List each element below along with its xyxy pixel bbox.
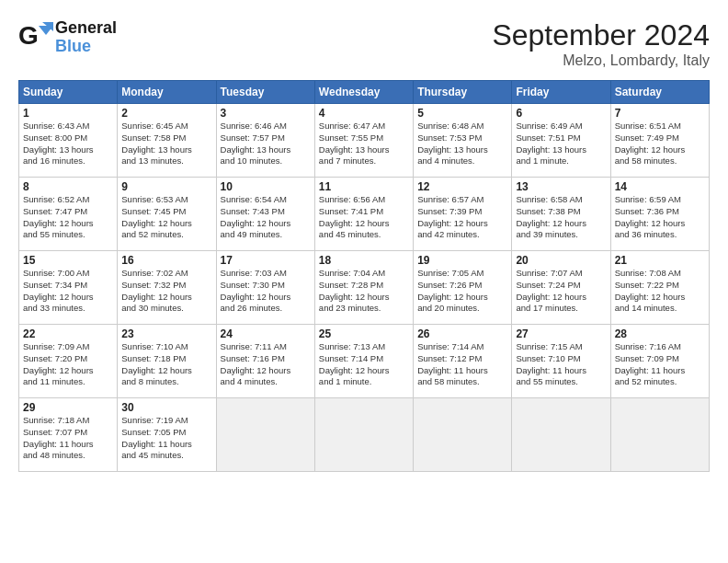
- day-detail: Sunrise: 7:08 AM Sunset: 7:22 PM Dayligh…: [615, 268, 705, 315]
- day-detail: Sunrise: 6:53 AM Sunset: 7:45 PM Dayligh…: [121, 194, 211, 241]
- calendar-cell: 22Sunrise: 7:09 AM Sunset: 7:20 PM Dayli…: [19, 325, 118, 398]
- day-detail: Sunrise: 7:15 AM Sunset: 7:10 PM Dayligh…: [516, 341, 606, 388]
- calendar-cell: [314, 398, 413, 472]
- day-number: 4: [319, 107, 409, 120]
- calendar-cell: 3Sunrise: 6:46 AM Sunset: 7:57 PM Daylig…: [216, 104, 314, 178]
- day-detail: Sunrise: 6:51 AM Sunset: 7:49 PM Dayligh…: [615, 121, 705, 167]
- calendar-cell: 23Sunrise: 7:10 AM Sunset: 7:18 PM Dayli…: [118, 325, 216, 398]
- calendar-cell: [512, 398, 610, 472]
- calendar-cell: 30Sunrise: 7:19 AM Sunset: 7:05 PM Dayli…: [118, 398, 216, 472]
- calendar-cell: [610, 398, 709, 472]
- header-friday: Friday: [512, 81, 610, 104]
- logo: G General Blue: [18, 18, 117, 57]
- day-number: 1: [23, 107, 113, 120]
- calendar-cell: 1Sunrise: 6:43 AM Sunset: 8:00 PM Daylig…: [19, 104, 118, 178]
- day-detail: Sunrise: 7:03 AM Sunset: 7:30 PM Dayligh…: [221, 268, 311, 315]
- day-number: 18: [319, 254, 409, 267]
- calendar-cell: 4Sunrise: 6:47 AM Sunset: 7:55 PM Daylig…: [314, 104, 413, 178]
- calendar-cell: 8Sunrise: 6:52 AM Sunset: 7:47 PM Daylig…: [19, 178, 118, 251]
- day-detail: Sunrise: 6:57 AM Sunset: 7:39 PM Dayligh…: [417, 194, 507, 241]
- day-number: 22: [23, 327, 113, 340]
- calendar-table: Sunday Monday Tuesday Wednesday Thursday…: [18, 80, 710, 472]
- calendar-cell: [216, 398, 314, 472]
- calendar-cell: 12Sunrise: 6:57 AM Sunset: 7:39 PM Dayli…: [414, 178, 512, 251]
- day-detail: Sunrise: 7:16 AM Sunset: 7:09 PM Dayligh…: [615, 341, 705, 388]
- day-number: 5: [417, 107, 507, 120]
- calendar-header-row: Sunday Monday Tuesday Wednesday Thursday…: [19, 81, 710, 104]
- calendar-cell: 10Sunrise: 6:54 AM Sunset: 7:43 PM Dayli…: [216, 178, 314, 251]
- day-number: 19: [417, 254, 507, 267]
- calendar-cell: 9Sunrise: 6:53 AM Sunset: 7:45 PM Daylig…: [118, 178, 216, 251]
- day-detail: Sunrise: 6:59 AM Sunset: 7:36 PM Dayligh…: [615, 194, 705, 241]
- header: G General Blue September 2024 Melzo, Lom…: [18, 18, 710, 69]
- day-detail: Sunrise: 7:04 AM Sunset: 7:28 PM Dayligh…: [319, 268, 409, 315]
- day-number: 6: [516, 107, 606, 120]
- calendar-cell: 18Sunrise: 7:04 AM Sunset: 7:28 PM Dayli…: [314, 251, 413, 325]
- day-detail: Sunrise: 7:18 AM Sunset: 7:07 PM Dayligh…: [23, 415, 113, 462]
- day-detail: Sunrise: 6:54 AM Sunset: 7:43 PM Dayligh…: [221, 194, 311, 241]
- day-detail: Sunrise: 7:13 AM Sunset: 7:14 PM Dayligh…: [319, 341, 409, 388]
- day-detail: Sunrise: 6:49 AM Sunset: 7:51 PM Dayligh…: [516, 121, 606, 167]
- day-number: 26: [417, 327, 507, 340]
- calendar-cell: 19Sunrise: 7:05 AM Sunset: 7:26 PM Dayli…: [414, 251, 512, 325]
- calendar-cell: 11Sunrise: 6:56 AM Sunset: 7:41 PM Dayli…: [314, 178, 413, 251]
- header-wednesday: Wednesday: [314, 81, 413, 104]
- day-detail: Sunrise: 7:05 AM Sunset: 7:26 PM Dayligh…: [417, 268, 507, 315]
- calendar-cell: 27Sunrise: 7:15 AM Sunset: 7:10 PM Dayli…: [512, 325, 610, 398]
- day-number: 15: [23, 254, 113, 267]
- day-detail: Sunrise: 6:52 AM Sunset: 7:47 PM Dayligh…: [23, 194, 113, 241]
- day-number: 14: [615, 180, 705, 193]
- header-thursday: Thursday: [414, 81, 512, 104]
- day-detail: Sunrise: 7:10 AM Sunset: 7:18 PM Dayligh…: [121, 341, 211, 388]
- calendar-row: 29Sunrise: 7:18 AM Sunset: 7:07 PM Dayli…: [19, 398, 710, 472]
- calendar-cell: 26Sunrise: 7:14 AM Sunset: 7:12 PM Dayli…: [414, 325, 512, 398]
- header-monday: Monday: [118, 81, 216, 104]
- day-detail: Sunrise: 6:58 AM Sunset: 7:38 PM Dayligh…: [516, 194, 606, 241]
- day-number: 10: [221, 180, 311, 193]
- day-detail: Sunrise: 7:00 AM Sunset: 7:34 PM Dayligh…: [23, 268, 113, 315]
- calendar-cell: [414, 398, 512, 472]
- day-number: 28: [615, 327, 705, 340]
- calendar-cell: 28Sunrise: 7:16 AM Sunset: 7:09 PM Dayli…: [610, 325, 709, 398]
- calendar-cell: 15Sunrise: 7:00 AM Sunset: 7:34 PM Dayli…: [19, 251, 118, 325]
- day-detail: Sunrise: 6:46 AM Sunset: 7:57 PM Dayligh…: [221, 121, 311, 167]
- day-number: 2: [121, 107, 211, 120]
- logo-icon: G: [18, 18, 53, 53]
- day-number: 7: [615, 107, 705, 120]
- header-saturday: Saturday: [610, 81, 709, 104]
- logo-general: General: [55, 19, 117, 38]
- location-subtitle: Melzo, Lombardy, Italy: [492, 52, 710, 69]
- calendar-cell: 6Sunrise: 6:49 AM Sunset: 7:51 PM Daylig…: [512, 104, 610, 178]
- day-number: 24: [221, 327, 311, 340]
- day-number: 16: [121, 254, 211, 267]
- day-number: 23: [121, 327, 211, 340]
- calendar-cell: 13Sunrise: 6:58 AM Sunset: 7:38 PM Dayli…: [512, 178, 610, 251]
- day-number: 13: [516, 180, 606, 193]
- day-number: 25: [319, 327, 409, 340]
- day-number: 9: [121, 180, 211, 193]
- day-number: 29: [23, 401, 113, 414]
- day-detail: Sunrise: 7:07 AM Sunset: 7:24 PM Dayligh…: [516, 268, 606, 315]
- header-sunday: Sunday: [19, 81, 118, 104]
- calendar-cell: 7Sunrise: 6:51 AM Sunset: 7:49 PM Daylig…: [610, 104, 709, 178]
- day-number: 20: [516, 254, 606, 267]
- header-tuesday: Tuesday: [216, 81, 314, 104]
- calendar-cell: 16Sunrise: 7:02 AM Sunset: 7:32 PM Dayli…: [118, 251, 216, 325]
- day-detail: Sunrise: 7:11 AM Sunset: 7:16 PM Dayligh…: [221, 341, 311, 388]
- day-number: 11: [319, 180, 409, 193]
- day-detail: Sunrise: 7:14 AM Sunset: 7:12 PM Dayligh…: [417, 341, 507, 388]
- day-detail: Sunrise: 6:45 AM Sunset: 7:58 PM Dayligh…: [121, 121, 211, 167]
- calendar-row: 1Sunrise: 6:43 AM Sunset: 8:00 PM Daylig…: [19, 104, 710, 178]
- title-block: September 2024 Melzo, Lombardy, Italy: [492, 18, 710, 69]
- svg-text:G: G: [18, 21, 39, 50]
- calendar-cell: 2Sunrise: 6:45 AM Sunset: 7:58 PM Daylig…: [118, 104, 216, 178]
- day-number: 21: [615, 254, 705, 267]
- calendar-cell: 14Sunrise: 6:59 AM Sunset: 7:36 PM Dayli…: [610, 178, 709, 251]
- day-detail: Sunrise: 7:02 AM Sunset: 7:32 PM Dayligh…: [121, 268, 211, 315]
- calendar-cell: 5Sunrise: 6:48 AM Sunset: 7:53 PM Daylig…: [414, 104, 512, 178]
- day-number: 8: [23, 180, 113, 193]
- day-number: 30: [121, 401, 211, 414]
- calendar-cell: 17Sunrise: 7:03 AM Sunset: 7:30 PM Dayli…: [216, 251, 314, 325]
- logo-blue: Blue: [55, 38, 117, 56]
- day-number: 27: [516, 327, 606, 340]
